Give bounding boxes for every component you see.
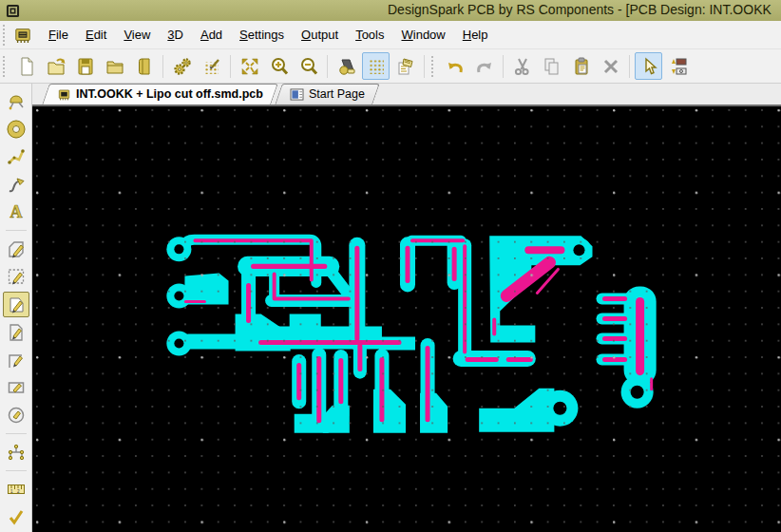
copper-pour-tool[interactable]	[3, 264, 29, 289]
toolbar-separator	[503, 55, 504, 78]
menu-window[interactable]: Window	[392, 23, 453, 47]
app-window: DesignSpark PCB by RS Components - [PCB …	[0, 0, 781, 532]
toolbar2-grip[interactable]	[431, 56, 436, 77]
design-technology-button[interactable]	[168, 52, 196, 80]
toolbar-separator	[629, 55, 630, 78]
window-pcb-chip-icon	[6, 4, 20, 18]
shape-rectangle-tool[interactable]	[3, 375, 29, 400]
open-shape-pencil-icon	[6, 350, 27, 370]
delete-button[interactable]	[597, 52, 624, 80]
cut-button[interactable]	[508, 52, 536, 80]
menu-add[interactable]: Add	[192, 23, 231, 47]
save-button[interactable]	[71, 52, 99, 80]
menu-settings[interactable]: Settings	[231, 23, 293, 47]
menu-3d[interactable]: 3D	[159, 23, 192, 47]
new-document-button[interactable]	[12, 52, 40, 80]
shape-circle-tool[interactable]	[3, 403, 29, 428]
svg-text:A: A	[10, 202, 22, 221]
open-button[interactable]	[42, 52, 69, 80]
select-cursor-button[interactable]	[635, 52, 662, 80]
delete-x-icon	[600, 56, 621, 77]
add-connection-tool[interactable]	[3, 172, 29, 197]
text-icon: A	[6, 201, 27, 222]
menu-edit[interactable]: Edit	[77, 23, 115, 47]
zoom-in-icon	[269, 56, 290, 77]
add-component-tool[interactable]	[3, 89, 29, 114]
outline-pencil-icon	[6, 294, 27, 315]
new-document-icon	[16, 56, 37, 77]
zoom-out-button[interactable]	[295, 52, 322, 80]
grid-dots-icon	[366, 56, 387, 77]
scissors-icon	[512, 56, 533, 77]
pcb-canvas[interactable]	[32, 106, 781, 532]
shape-open-tool[interactable]	[3, 348, 29, 372]
zoom-in-button[interactable]	[265, 52, 293, 80]
interaction-bar-button[interactable]	[391, 52, 419, 80]
tool-sidebar: A 12	[0, 84, 32, 532]
tab-pcb-design[interactable]: INT.OOKK + Lipo cut off.smd.pcb	[46, 84, 275, 104]
zoom-out-icon	[298, 56, 319, 77]
sidebar-separator	[6, 433, 27, 434]
menu-tools[interactable]: Tools	[347, 23, 392, 47]
colors-icon	[336, 56, 357, 77]
ruler-icon: 12	[6, 479, 27, 500]
menubar: File Edit View 3D Add Settings Output To…	[0, 21, 781, 49]
zoom-full-button[interactable]	[236, 52, 263, 80]
folder-icon	[105, 56, 125, 77]
pcb-design-drawing	[32, 106, 781, 532]
connection-icon	[6, 174, 27, 195]
folder-button[interactable]	[101, 52, 128, 80]
document-pencil-icon	[6, 322, 27, 343]
colors-button[interactable]	[333, 52, 360, 80]
copy-button[interactable]	[538, 52, 565, 80]
paste-button[interactable]	[567, 52, 595, 80]
add-text-tool[interactable]: A	[3, 200, 29, 224]
shape-polygon-tool[interactable]	[3, 237, 29, 261]
pcb-doc-icon	[57, 88, 71, 101]
window-title: DesignSpark PCB by RS Components - [PCB …	[388, 2, 771, 17]
menu-file[interactable]: File	[40, 23, 77, 47]
grid-display-button[interactable]	[362, 52, 390, 80]
menu-output[interactable]: Output	[293, 23, 347, 47]
circle-pencil-icon	[6, 405, 27, 426]
toolbar-separator	[230, 55, 231, 78]
redo-button[interactable]	[470, 52, 498, 80]
pour-pencil-icon	[6, 266, 27, 287]
tab-label: Start Page	[309, 87, 365, 101]
tab-label: INT.OOKK + Lipo cut off.smd.pcb	[76, 87, 263, 101]
content-area: INT.OOKK + Lipo cut off.smd.pcb Start Pa…	[32, 84, 781, 532]
undo-icon	[445, 56, 466, 77]
undo-button[interactable]	[441, 52, 468, 80]
titlebar: DesignSpark PCB by RS Components - [PCB …	[0, 0, 781, 21]
tab-start-page[interactable]: Start Page	[278, 84, 376, 104]
net-icon	[6, 442, 27, 463]
main-area: A 12	[0, 84, 781, 532]
menubar-grip[interactable]	[3, 25, 8, 46]
toolbar-grip[interactable]	[3, 56, 8, 77]
checkmark-icon	[6, 506, 27, 527]
toolbar	[0, 49, 781, 84]
gears-icon	[172, 56, 193, 77]
pcb-chip-icon	[13, 27, 32, 44]
design-check-tool[interactable]	[3, 504, 29, 529]
library-book-icon	[134, 56, 155, 77]
polygon-pencil-icon	[6, 238, 27, 259]
sidebar-separator	[6, 230, 27, 231]
add-pad-tool[interactable]	[3, 117, 29, 142]
library-button[interactable]	[130, 52, 158, 80]
component-push-button[interactable]	[664, 52, 692, 80]
grid-edit-button[interactable]	[198, 52, 225, 80]
redo-icon	[474, 56, 495, 77]
rectangle-pencil-icon	[6, 377, 27, 398]
measure-tool[interactable]: 12	[3, 477, 29, 502]
menu-view[interactable]: View	[115, 23, 159, 47]
add-net-tool[interactable]	[3, 440, 29, 465]
add-track-tool[interactable]	[3, 144, 29, 169]
cursor-arrow-icon	[638, 56, 659, 77]
menu-help[interactable]: Help	[454, 23, 497, 47]
save-floppy-icon	[75, 56, 96, 77]
pad-donut-icon	[6, 119, 27, 140]
hand-document-icon	[395, 56, 416, 77]
shape-document-tool[interactable]	[3, 320, 29, 345]
shape-outline-tool[interactable]	[3, 292, 29, 316]
